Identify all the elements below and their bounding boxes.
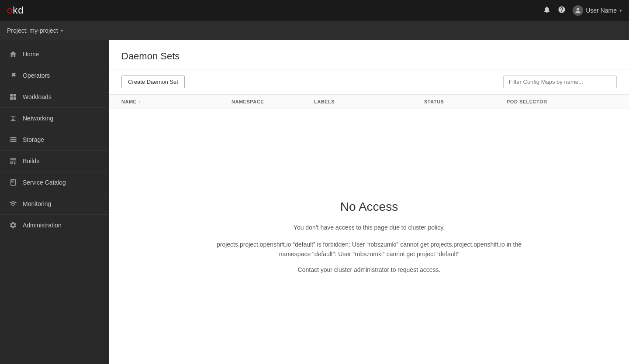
sidebar-item-label-storage: Storage: [23, 136, 44, 143]
layout: Home Operators Workloads Networking Stor: [0, 40, 629, 364]
main-content: Daemon Sets Create Daemon Set NAME ↑ NAM…: [109, 40, 629, 364]
sidebar-item-monitoring[interactable]: Monitoring: [0, 193, 109, 215]
no-access-message-line1: You don’t have access to this page due t…: [294, 223, 445, 232]
user-avatar-icon: [573, 5, 583, 16]
logo-kd: kd: [13, 5, 24, 16]
monitoring-icon: [9, 199, 17, 208]
toolbar: Create Daemon Set: [109, 69, 629, 95]
sidebar-item-service-catalog[interactable]: Service Catalog: [0, 172, 109, 193]
project-label: Project: my-project: [7, 27, 58, 34]
logo[interactable]: okd: [7, 5, 24, 16]
col-header-pod-selector: POD SELECTOR: [507, 99, 617, 104]
service-catalog-icon: [9, 178, 17, 187]
sidebar-item-storage[interactable]: Storage: [0, 129, 109, 151]
topbar: okd User Name ▾: [0, 0, 629, 21]
col-header-namespace: NAMESPACE: [232, 99, 314, 104]
sidebar-item-label-builds: Builds: [23, 158, 39, 165]
no-access-message-line2: projects.project.openshift.io “default” …: [216, 240, 522, 259]
sidebar-item-operators[interactable]: Operators: [0, 65, 109, 86]
help-icon[interactable]: [558, 6, 566, 16]
sort-arrow-icon: ↑: [138, 100, 141, 104]
logo-o: o: [7, 5, 13, 16]
col-header-name[interactable]: NAME ↑: [121, 99, 232, 104]
sidebar-item-label-networking: Networking: [23, 115, 53, 122]
user-name-label: User Name: [586, 7, 617, 14]
filter-input[interactable]: [503, 76, 617, 88]
sidebar-item-label-home: Home: [23, 51, 39, 58]
page-header: Daemon Sets: [109, 40, 629, 69]
user-menu[interactable]: User Name ▾: [573, 5, 622, 16]
user-menu-chevron-icon: ▾: [619, 8, 622, 14]
table-header: NAME ↑ NAMESPACE LABELS STATUS POD SELEC…: [109, 95, 629, 109]
project-chevron-icon: ▾: [61, 28, 63, 34]
operators-icon: [9, 71, 17, 80]
project-selector[interactable]: Project: my-project ▾: [7, 27, 63, 34]
page-title: Daemon Sets: [121, 51, 617, 62]
col-header-labels: LABELS: [314, 99, 424, 104]
workloads-icon: [9, 93, 17, 101]
home-icon: [9, 50, 17, 58]
sidebar-item-administration[interactable]: Administration: [0, 215, 109, 236]
administration-icon: [9, 221, 17, 230]
storage-icon: [9, 135, 17, 144]
sidebar-item-label-monitoring: Monitoring: [23, 200, 51, 207]
no-access-container: No Access You don’t have access to this …: [109, 109, 629, 364]
sidebar-item-label-operators: Operators: [23, 72, 50, 79]
col-header-status: STATUS: [424, 99, 507, 104]
sidebar-item-label-administration: Administration: [23, 222, 62, 229]
topbar-right: User Name ▾: [543, 5, 622, 16]
sidebar: Home Operators Workloads Networking Stor: [0, 40, 109, 364]
no-access-contact: Contact your cluster administrator to re…: [298, 266, 441, 273]
notification-icon[interactable]: [543, 6, 551, 16]
builds-icon: [9, 157, 17, 165]
no-access-title: No Access: [340, 200, 398, 214]
sidebar-item-workloads[interactable]: Workloads: [0, 86, 109, 108]
sidebar-item-builds[interactable]: Builds: [0, 151, 109, 172]
sidebar-item-networking[interactable]: Networking: [0, 108, 109, 129]
sidebar-item-label-workloads: Workloads: [23, 93, 52, 100]
create-daemon-set-button[interactable]: Create Daemon Set: [121, 76, 185, 88]
networking-icon: [9, 114, 17, 123]
sidebar-item-label-service-catalog: Service Catalog: [23, 179, 66, 186]
sidebar-item-home[interactable]: Home: [0, 44, 109, 65]
subheader: Project: my-project ▾: [0, 21, 629, 40]
